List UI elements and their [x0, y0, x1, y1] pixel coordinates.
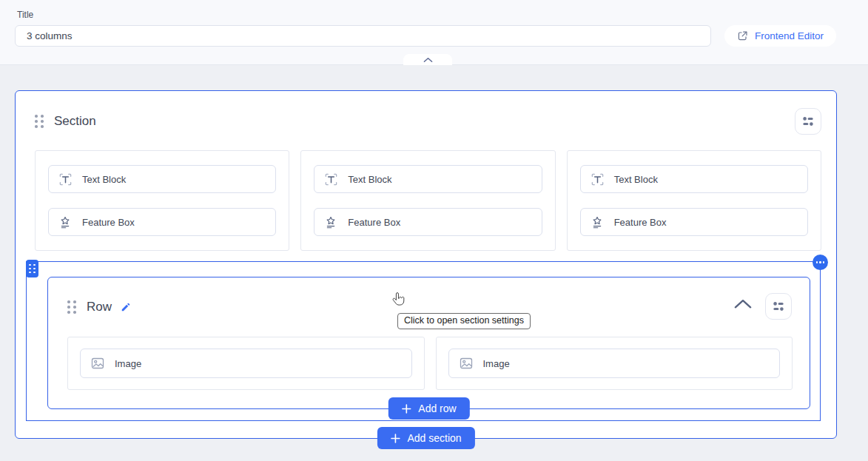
panel-collapse-tab[interactable]: [403, 54, 452, 65]
row-column-1[interactable]: Image: [67, 337, 425, 390]
plus-icon: [401, 404, 411, 414]
image-icon: [90, 356, 105, 371]
widget-label: Image: [115, 358, 141, 369]
tooltip: Click to open section settings: [397, 313, 531, 329]
section-container[interactable]: Section: [15, 90, 837, 439]
column-3[interactable]: Text Block Feature Box: [567, 150, 821, 251]
row-drag-handle-icon[interactable]: [67, 300, 76, 314]
row-columns: Image Image: [67, 337, 793, 390]
text-block-icon: [324, 172, 338, 186]
external-link-icon: [737, 30, 748, 41]
section-settings-button[interactable]: [795, 108, 821, 135]
row-column-2[interactable]: Image: [436, 337, 793, 390]
row-header: Row: [67, 300, 131, 314]
widget-label: Text Block: [614, 174, 658, 185]
title-field-label: Title: [17, 10, 33, 20]
row-container[interactable]: Row: [47, 277, 810, 409]
drag-handle-badge[interactable]: [26, 260, 38, 277]
column-2[interactable]: Text Block Feature Box: [300, 150, 555, 251]
add-row-button[interactable]: Add row: [388, 397, 469, 420]
widget-label: Feature Box: [82, 217, 135, 228]
text-block-icon: [58, 172, 73, 186]
add-section-button[interactable]: Add section: [377, 427, 474, 449]
widget-image[interactable]: Image: [448, 349, 781, 378]
title-input[interactable]: [15, 25, 711, 47]
widget-text-block[interactable]: Text Block: [48, 165, 276, 193]
row-title: Row: [87, 300, 112, 314]
editor-topbar: Title Frontend Editor: [0, 0, 868, 65]
section-title: Section: [54, 114, 96, 129]
widget-text-block[interactable]: Text Block: [580, 165, 808, 193]
widget-label: Text Block: [82, 174, 126, 185]
chevron-up-icon: [423, 57, 433, 63]
layout-settings-icon: [771, 299, 786, 314]
row-settings-button[interactable]: [765, 293, 792, 320]
frontend-editor-label: Frontend Editor: [755, 30, 824, 41]
widget-label: Feature Box: [614, 217, 667, 228]
row-collapse-chevron-up-icon[interactable]: [733, 298, 753, 309]
column-1[interactable]: Text Block Feature Box: [35, 150, 289, 251]
section-columns: Text Block Feature Box: [35, 150, 821, 251]
widget-feature-box[interactable]: Feature Box: [314, 208, 542, 236]
plus-icon: [390, 434, 400, 443]
layout-settings-icon: [801, 114, 815, 129]
page-builder-screen: Title Frontend Editor Section: [0, 0, 868, 461]
pencil-icon[interactable]: [121, 302, 131, 312]
section-header: Section: [35, 114, 96, 129]
image-icon: [459, 356, 474, 371]
feature-box-icon: [58, 215, 73, 229]
section-drag-handle-icon[interactable]: [35, 115, 44, 128]
feature-box-icon: [324, 215, 338, 229]
widget-feature-box[interactable]: Feature Box: [48, 208, 276, 236]
frontend-editor-button[interactable]: Frontend Editor: [724, 25, 836, 47]
feature-box-icon: [591, 215, 605, 229]
text-block-icon: [591, 172, 605, 186]
widget-text-block[interactable]: Text Block: [314, 165, 542, 193]
widget-label: Image: [483, 358, 510, 369]
widget-label: Feature Box: [348, 217, 400, 228]
selected-row-wrapper[interactable]: Row: [26, 261, 821, 421]
add-section-label: Add section: [407, 432, 461, 444]
add-row-label: Add row: [418, 403, 456, 414]
widget-image[interactable]: Image: [80, 349, 412, 378]
widget-feature-box[interactable]: Feature Box: [580, 208, 808, 236]
ellipsis-menu-icon[interactable]: [813, 255, 828, 270]
widget-label: Text Block: [348, 174, 391, 185]
